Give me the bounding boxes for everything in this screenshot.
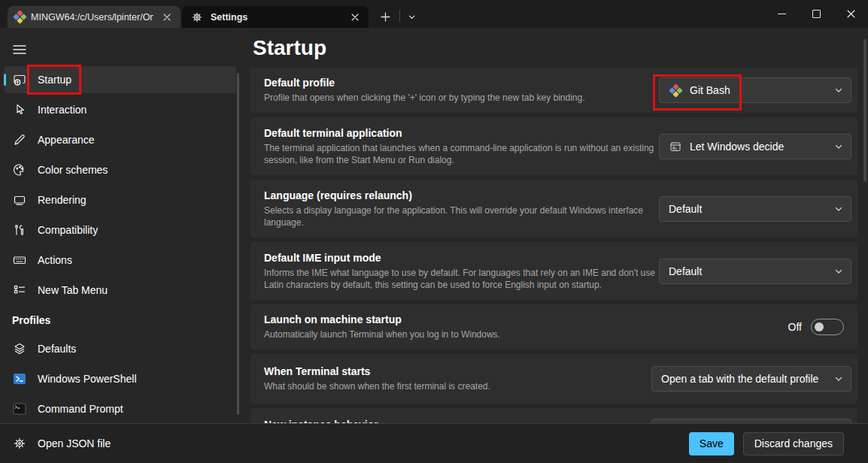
page-title: Startup xyxy=(253,36,326,60)
setting-description: Selects a display language for the appli… xyxy=(264,204,659,228)
dropdown-value: Default xyxy=(669,265,827,277)
sidebar-item-label: Appearance xyxy=(38,134,95,146)
powershell-icon xyxy=(12,371,27,386)
setting-description: What should be shown when the first term… xyxy=(264,380,651,392)
sidebar-item-interaction[interactable]: Interaction xyxy=(5,96,236,123)
keyboard-icon xyxy=(12,253,27,268)
dropdown-value: Let Windows decide xyxy=(690,141,827,153)
gear-icon xyxy=(190,10,205,25)
default-ime-input-mode-dropdown[interactable]: Default xyxy=(659,259,851,284)
setting-row-when-terminal-starts: When Terminal starts What should be show… xyxy=(250,354,857,404)
sidebar-item-label: Command Prompt xyxy=(38,403,123,415)
sidebar-item-label: New Tab Menu xyxy=(38,284,108,296)
footer-bar: Open JSON file Save Discard changes xyxy=(0,423,868,463)
tab-label: Settings xyxy=(211,12,341,23)
windows-terminal-settings-window: MINGW64:/c/Users/lpinter/On Settings xyxy=(0,0,868,463)
tab-label: MINGW64:/c/Users/lpinter/On xyxy=(31,12,153,23)
chevron-down-icon xyxy=(834,142,843,151)
minimize-icon xyxy=(778,14,786,14)
tabbar-divider xyxy=(399,10,400,22)
layers-icon xyxy=(12,341,27,356)
dropdown-value: Open a tab with the default profile xyxy=(661,373,827,385)
setting-row-launch-on-machine-startup: Launch on machine startup Automatically … xyxy=(250,304,857,350)
terminal-window-icon xyxy=(669,140,682,153)
chevron-down-icon xyxy=(834,267,843,276)
launch-on-startup-toggle[interactable] xyxy=(811,319,844,335)
window-controls xyxy=(764,0,868,28)
tab-close-icon[interactable] xyxy=(349,11,361,23)
sidebar-item-label: Windows PowerShell xyxy=(38,373,137,385)
sidebar-item-label: Compatibility xyxy=(38,224,98,236)
minimize-button[interactable] xyxy=(764,0,799,28)
sidebar-item-command-prompt[interactable]: Command Prompt xyxy=(5,395,236,422)
sidebar-item-defaults[interactable]: Defaults xyxy=(5,335,236,362)
cmd-icon xyxy=(12,401,27,416)
setting-description: Automatically launch Terminal when you l… xyxy=(264,328,659,340)
tools-icon xyxy=(12,222,27,238)
default-profile-dropdown[interactable]: Git Bash xyxy=(659,77,851,103)
setting-name: Default profile xyxy=(264,77,659,89)
save-button[interactable]: Save xyxy=(689,432,734,455)
setting-row-default-profile: Default profile Profile that opens when … xyxy=(250,68,857,113)
sidebar-item-label: Defaults xyxy=(38,343,76,355)
gear-icon xyxy=(12,436,27,451)
sidebar-item-compatibility[interactable]: Compatibility xyxy=(5,216,236,244)
setting-description: The terminal application that launches w… xyxy=(264,142,659,166)
setting-name: Default IME input mode xyxy=(264,252,659,264)
sidebar-item-actions[interactable]: Actions xyxy=(5,247,236,274)
tab-close-icon[interactable] xyxy=(161,11,173,23)
setting-description: Profile that opens when clicking the '+'… xyxy=(264,92,659,104)
sidebar-item-new-tab-menu[interactable]: New Tab Menu xyxy=(5,277,236,304)
sidebar-item-appearance[interactable]: Appearance xyxy=(5,126,236,153)
setting-row-new-instance-behavior: New instance behavior xyxy=(250,408,857,423)
sidebar-item-label: Startup xyxy=(38,74,71,86)
git-icon xyxy=(13,10,26,23)
new-tab-button[interactable] xyxy=(378,10,393,23)
dropdown-value: Git Bash xyxy=(690,84,827,96)
open-json-file-label: Open JSON file xyxy=(38,437,111,449)
tab-terminal-mingw64[interactable]: MINGW64:/c/Users/lpinter/On xyxy=(8,6,181,28)
dropdown-value: Default xyxy=(669,203,827,215)
setting-name: Default terminal application xyxy=(264,127,659,139)
titlebar: MINGW64:/c/Users/lpinter/On Settings xyxy=(0,0,868,28)
tab-dropdown-button[interactable] xyxy=(404,10,419,23)
cursor-icon xyxy=(12,102,27,117)
settings-content: Startup Default profile Profile that ope… xyxy=(241,28,868,423)
maximize-icon xyxy=(812,10,821,18)
content-scrollbar[interactable] xyxy=(863,39,866,182)
hamburger-menu-button[interactable] xyxy=(11,41,29,58)
setting-row-default-ime-input-mode: Default IME input mode Informs the IME w… xyxy=(250,242,857,300)
setting-row-language: Language (requires relaunch) Selects a d… xyxy=(250,180,857,238)
pen-icon xyxy=(12,132,27,147)
open-json-file-button[interactable]: Open JSON file xyxy=(12,436,689,451)
list-icon xyxy=(12,283,27,298)
when-terminal-starts-dropdown[interactable]: Open a tab with the default profile xyxy=(651,366,851,392)
git-bash-icon xyxy=(669,83,682,97)
setting-name: Launch on machine startup xyxy=(264,313,788,325)
sidebar-item-label: Interaction xyxy=(38,104,86,116)
monitor-icon xyxy=(12,192,27,207)
discard-changes-button[interactable]: Discard changes xyxy=(743,432,844,455)
chevron-down-icon xyxy=(834,86,843,95)
setting-name: Language (requires relaunch) xyxy=(264,189,659,201)
setting-name: When Terminal starts xyxy=(264,365,651,377)
chevron-down-icon xyxy=(834,204,843,213)
sidebar-item-color-schemes[interactable]: Color schemes xyxy=(5,156,236,183)
setting-row-default-terminal-application: Default terminal application The termina… xyxy=(250,117,857,175)
settings-sidebar: Startup Interaction Appearance xyxy=(0,28,241,423)
sidebar-item-startup[interactable]: Startup xyxy=(5,66,236,93)
sidebar-item-label: Rendering xyxy=(38,194,86,206)
tab-settings[interactable]: Settings xyxy=(182,6,369,28)
sidebar-item-label: Actions xyxy=(38,254,72,266)
palette-icon xyxy=(12,162,27,177)
sidebar-item-windows-powershell[interactable]: Windows PowerShell xyxy=(5,365,236,392)
sidebar-item-rendering[interactable]: Rendering xyxy=(5,186,236,213)
sidebar-scrollbar[interactable] xyxy=(237,73,239,415)
profiles-section-header: Profiles xyxy=(12,314,50,326)
close-icon xyxy=(847,10,855,18)
language-dropdown[interactable]: Default xyxy=(659,196,851,222)
close-button[interactable] xyxy=(833,0,868,28)
default-terminal-application-dropdown[interactable]: Let Windows decide xyxy=(659,134,851,159)
startup-icon xyxy=(12,72,27,87)
maximize-button[interactable] xyxy=(799,0,833,28)
